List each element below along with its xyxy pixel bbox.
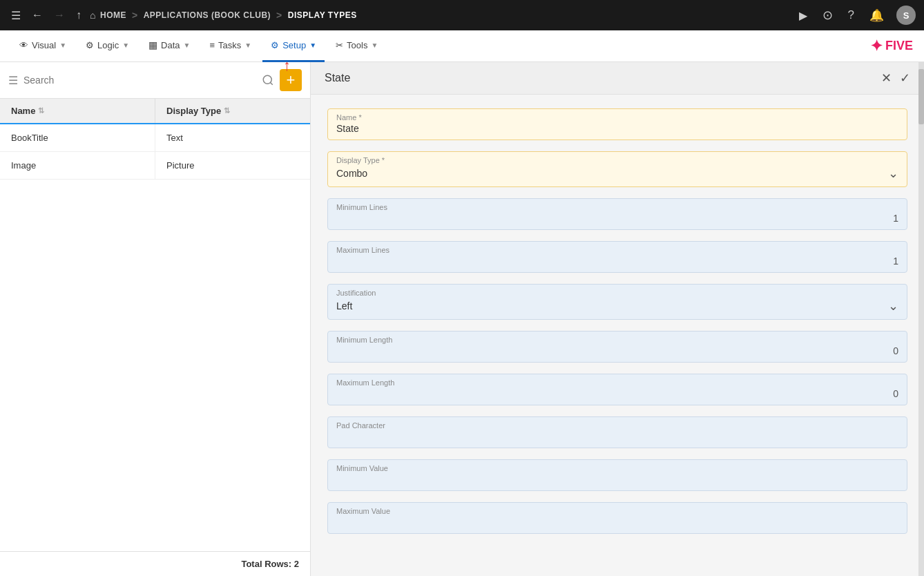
field-minimum-value[interactable]: Minimum Value xyxy=(327,459,907,491)
filter-icon[interactable]: ☰ xyxy=(8,74,18,87)
min-value-input[interactable] xyxy=(336,474,898,485)
breadcrumb-sep-2: > xyxy=(276,10,282,21)
pad-character-input[interactable] xyxy=(336,431,898,442)
breadcrumb-sep-1: > xyxy=(132,10,138,21)
sort-icon-display[interactable]: ⇅ xyxy=(224,106,230,115)
sort-icon-name[interactable]: ⇅ xyxy=(38,106,44,115)
justification-label: Justification xyxy=(336,289,898,297)
setup-label: Setup xyxy=(282,40,306,50)
menu-icon[interactable]: ☰ xyxy=(8,6,23,25)
justification-dropdown[interactable]: Left ⌄ xyxy=(336,298,898,314)
display-type-dropdown[interactable]: Combo ⌄ xyxy=(336,166,898,181)
data-table: Name ⇅ Display Type ⇅ BookTitle Text Ima… xyxy=(0,99,310,551)
field-maximum-lines: Maximum Lines 1 xyxy=(327,241,907,273)
search-bar: ☰ ↑ + xyxy=(0,62,310,99)
tab-tasks[interactable]: ≡ Tasks ▼ xyxy=(201,30,260,62)
table-row[interactable]: Image Picture xyxy=(0,152,310,180)
avatar[interactable]: S xyxy=(896,6,916,25)
tools-label: Tools xyxy=(347,40,367,50)
tab-setup[interactable]: ⚙ Setup ▼ xyxy=(262,30,325,62)
col-name-label: Name xyxy=(11,106,35,116)
left-panel: ☰ ↑ + Name ⇅ Display xyxy=(0,62,311,576)
help-button[interactable]: ? xyxy=(845,6,857,25)
play-button[interactable]: ▶ xyxy=(796,6,810,25)
min-value-label: Minimum Value xyxy=(336,464,898,472)
max-lines-label: Maximum Lines xyxy=(336,246,898,254)
search-icon-button[interactable] xyxy=(262,74,274,86)
forward-icon[interactable]: → xyxy=(51,6,68,24)
confirm-button[interactable]: ✓ xyxy=(900,70,910,86)
right-panel-header: State ✕ ✓ xyxy=(311,62,924,95)
logic-icon: ⚙ xyxy=(86,40,94,50)
search-input[interactable] xyxy=(23,75,256,86)
max-length-label: Maximum Length xyxy=(336,378,898,387)
right-panel-wrapper: State ✕ ✓ Name * Display Type * Combo xyxy=(311,62,924,576)
pad-char-label: Pad Character xyxy=(336,421,898,430)
dropdown-arrow-icon: ⌄ xyxy=(888,166,898,181)
field-name-label: Name * xyxy=(336,113,898,122)
field-maximum-value[interactable]: Maximum Value xyxy=(327,502,907,534)
setup-icon: ⚙ xyxy=(271,40,279,50)
top-nav-right: ▶ ⊙ ? 🔔 S xyxy=(796,5,916,26)
five-logo: ✦ FIVE xyxy=(870,37,913,55)
tab-logic[interactable]: ⚙ Logic ▼ xyxy=(77,30,137,62)
eye-icon: 👁 xyxy=(19,40,28,50)
tools-icon: ✂ xyxy=(336,40,343,50)
five-logo-text: FIVE xyxy=(885,39,913,53)
visual-label: Visual xyxy=(32,40,56,50)
breadcrumb: ⌂ HOME > APPLICATIONS (BOOK CLUB) > DISP… xyxy=(90,10,357,21)
justification-arrow-icon: ⌄ xyxy=(888,298,898,314)
name-input[interactable] xyxy=(336,123,898,134)
breadcrumb-home[interactable]: HOME xyxy=(100,10,126,20)
main-layout: ☰ ↑ + Name ⇅ Display xyxy=(0,62,924,576)
tab-data[interactable]: ▦ Data ▼ xyxy=(140,30,198,62)
breadcrumb-current: DISPLAY TYPES xyxy=(288,10,357,20)
field-pad-character[interactable]: Pad Character xyxy=(327,416,907,448)
cell-name-0: BookTitle xyxy=(0,124,155,151)
table-footer: Total Rows: 2 xyxy=(0,551,310,576)
tasks-arrow: ▼ xyxy=(244,41,251,49)
tools-arrow: ▼ xyxy=(371,41,378,49)
notification-button[interactable]: 🔔 xyxy=(867,6,887,26)
search-button[interactable]: ⊙ xyxy=(820,5,836,26)
scrollbar-track[interactable] xyxy=(918,62,924,576)
col-header-display: Display Type ⇅ xyxy=(155,99,310,123)
table-row[interactable]: BookTitle Text xyxy=(0,124,310,152)
five-star-icon: ✦ xyxy=(870,37,883,55)
logic-label: Logic xyxy=(97,40,119,50)
cell-name-1: Image xyxy=(0,152,155,179)
max-value-input[interactable] xyxy=(336,517,898,528)
field-justification[interactable]: Justification Left ⌄ xyxy=(327,284,907,320)
field-display-type[interactable]: Display Type * Combo ⌄ xyxy=(327,151,907,187)
top-nav-left: ☰ ← → ↑ ⌂ HOME > APPLICATIONS (BOOK CLUB… xyxy=(8,6,791,25)
display-type-value: Combo xyxy=(336,168,367,179)
total-rows-label: Total Rows: 2 xyxy=(241,559,299,569)
close-button[interactable]: ✕ xyxy=(881,70,892,86)
setup-arrow: ▼ xyxy=(309,41,316,49)
secondary-nav: 👁 Visual ▼ ⚙ Logic ▼ ▦ Data ▼ ≡ Tasks ▼ … xyxy=(0,30,924,62)
max-value-label: Maximum Value xyxy=(336,507,898,515)
cell-display-0: Text xyxy=(155,124,310,151)
right-panel-actions: ✕ ✓ xyxy=(881,70,910,86)
max-length-value: 0 xyxy=(336,388,898,399)
add-icon: + xyxy=(287,73,296,88)
data-label: Data xyxy=(161,40,180,50)
scrollbar-thumb[interactable] xyxy=(918,69,924,124)
col-display-label: Display Type xyxy=(166,106,221,116)
tab-tools[interactable]: ✂ Tools ▼ xyxy=(327,30,386,62)
tasks-icon: ≡ xyxy=(209,40,215,50)
field-minimum-length: Minimum Length 0 xyxy=(327,331,907,363)
up-icon[interactable]: ↑ xyxy=(73,6,84,24)
breadcrumb-app[interactable]: APPLICATIONS (BOOK CLUB) xyxy=(144,10,271,20)
back-icon[interactable]: ← xyxy=(29,6,46,24)
arrow-container: ↑ + xyxy=(280,69,302,91)
field-maximum-length: Maximum Length 0 xyxy=(327,374,907,405)
add-button[interactable]: + xyxy=(280,69,302,91)
field-display-type-label: Display Type * xyxy=(336,156,898,164)
form-content: Name * Display Type * Combo ⌄ Minimum Li… xyxy=(311,95,924,548)
home-icon: ⌂ xyxy=(90,10,96,21)
tab-visual[interactable]: 👁 Visual ▼ xyxy=(11,30,75,62)
cell-display-1: Picture xyxy=(155,152,310,179)
max-lines-value: 1 xyxy=(336,256,898,267)
col-header-name: Name ⇅ xyxy=(0,99,155,123)
